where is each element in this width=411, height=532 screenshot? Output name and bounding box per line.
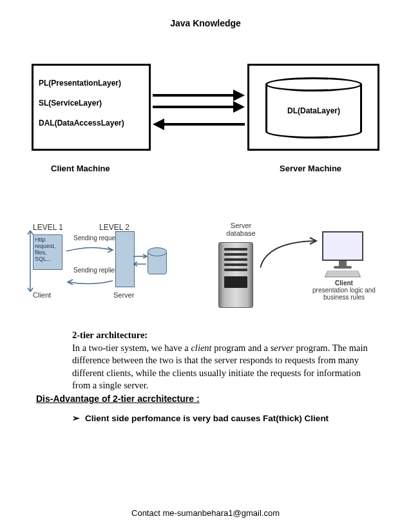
server-database-label: Server database (222, 222, 260, 237)
http-request-box: Http request, files, SQL... (33, 234, 62, 270)
bullet-1: ➢Client side perfomance is very bad caus… (72, 413, 411, 423)
server-machine-box: DL(DataLayer) (247, 64, 379, 151)
footer-contact: Contact me-sumanbehara1@gmail.com (131, 508, 280, 518)
layer-sl: SL(ServiceLayer) (39, 93, 144, 113)
client-computer-icon (318, 231, 367, 276)
client-right-caption: Client presentation logic and business r… (305, 280, 383, 301)
p1a: In a two-tier system, we have a (72, 343, 191, 353)
client-label: Client (33, 291, 51, 299)
mini-database-icon (148, 251, 167, 274)
server-tower-icon (218, 242, 260, 313)
page-footer: Contact me-sumanbehara1@gmail.com (0, 508, 411, 518)
layer-dal: DAL(DataAccessLayer) (39, 113, 144, 133)
level2-label: LEVEL 2 (99, 223, 129, 232)
server-label: Server (113, 291, 134, 299)
sending-replies-label: Sending replies (73, 267, 118, 274)
client-right-subcaption: presentation logic and business rules (312, 287, 376, 301)
diagram-levels: LEVEL 1 LEVEL 2 Http request, files, SQL… (25, 215, 386, 321)
client-machine-box: PL(PresentationLayer) SL(ServiceLayer) D… (32, 64, 151, 151)
p1d-server: server (271, 343, 294, 353)
arrow-server-to-client-icon (260, 236, 318, 274)
level1-label: LEVEL 1 (33, 223, 63, 232)
client-right-title: Client (335, 280, 353, 287)
database-cylinder-icon: DL(DataLayer) (265, 77, 362, 138)
body-paragraph: 2-tier architecture: In a two-tier syste… (72, 329, 372, 392)
client-column-line-icon (26, 231, 34, 292)
arrow-sending-requests-icon (65, 246, 115, 254)
arrow-to-db-icon (133, 254, 149, 267)
p1b-client: client (191, 343, 211, 353)
two-tier-title: 2-tier architecture: (72, 330, 148, 340)
client-machine-caption: Client Machine (51, 164, 110, 173)
layer-pl: PL(PresentationLayer) (39, 73, 144, 93)
datalayer-label: DL(DataLayer) (265, 106, 362, 115)
diagram-client-server: PL(PresentationLayer) SL(ServiceLayer) D… (25, 61, 386, 196)
header-title: Java Knowledge (170, 18, 241, 28)
bullet-arrow-icon: ➢ (72, 413, 80, 423)
arrow-sending-replies-icon (65, 278, 115, 286)
page-header: Java Knowledge (0, 0, 411, 28)
server-machine-caption: Server Machine (280, 164, 341, 173)
level2-server-box (115, 231, 135, 287)
bullet-1-text: Client side perfomance is very bad cause… (85, 413, 329, 423)
disadvantage-heading: Dis-Advantage of 2-tier acrchitecture : (36, 394, 411, 404)
p1c: program and a (212, 343, 271, 353)
